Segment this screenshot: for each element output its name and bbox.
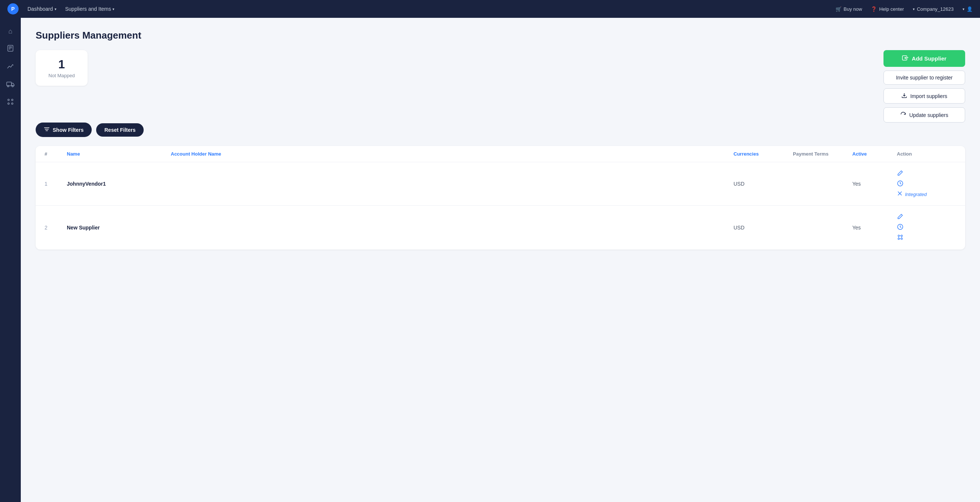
row2-active: Yes xyxy=(852,225,897,231)
row1-action-icons: Integrated xyxy=(897,170,956,198)
row1-currencies: USD xyxy=(733,181,793,187)
integrated-x-icon xyxy=(897,190,903,198)
buy-now-button[interactable]: 🛒 Buy now xyxy=(835,6,862,12)
row2-actions xyxy=(897,213,956,242)
th-payment-terms: Payment Terms xyxy=(793,151,852,157)
sidebar-item-analytics[interactable] xyxy=(3,59,18,74)
th-name: Name xyxy=(67,151,171,157)
dashboard-link[interactable]: Dashboard ▾ xyxy=(27,6,56,12)
user-icon: 👤 xyxy=(967,6,972,12)
table-header: # Name Account Holder Name Currencies Pa… xyxy=(36,146,965,162)
svg-point-10 xyxy=(11,103,13,104)
row1-history-action[interactable] xyxy=(897,180,956,188)
edit-icon xyxy=(897,213,904,221)
topnav: P Dashboard ▾ Suppliers and Items ▾ 🛒 Bu… xyxy=(0,0,980,18)
add-supplier-icon xyxy=(902,54,909,62)
main-content: Suppliers Management 1 Not Mapped xyxy=(21,18,980,502)
svg-point-6 xyxy=(12,85,13,87)
user-menu[interactable]: ▾ 👤 xyxy=(963,6,972,12)
topnav-right: 🛒 Buy now ❓ Help center ▾ Company_12623 … xyxy=(835,6,972,12)
svg-point-8 xyxy=(11,99,13,100)
edit-icon xyxy=(897,170,904,178)
row1-edit-action[interactable] xyxy=(897,170,956,178)
row1-active: Yes xyxy=(852,181,897,187)
import-suppliers-label: Import suppliers xyxy=(910,93,947,99)
row1-name: JohnnyVendor1 xyxy=(67,181,171,187)
suppliers-items-link[interactable]: Suppliers and Items ▾ xyxy=(65,6,115,12)
svg-point-23 xyxy=(898,238,899,239)
company-menu[interactable]: ▾ Company_12623 xyxy=(913,6,954,12)
invite-supplier-button[interactable]: Invite supplier to register xyxy=(883,70,965,84)
clock-icon xyxy=(897,180,904,188)
analytics-icon xyxy=(7,62,14,72)
topnav-links: Dashboard ▾ Suppliers and Items ▾ xyxy=(27,6,115,12)
show-filters-label: Show Filters xyxy=(53,127,84,133)
not-mapped-label: Not Mapped xyxy=(49,73,75,78)
svg-point-5 xyxy=(8,85,9,87)
update-icon xyxy=(900,112,906,118)
invite-supplier-label: Invite supplier to register xyxy=(896,75,953,81)
filter-row: Show Filters Reset Filters xyxy=(36,123,965,137)
svg-point-21 xyxy=(898,235,899,236)
th-currencies: Currencies xyxy=(733,151,793,157)
orders-icon xyxy=(7,45,14,54)
row1-num: 1 xyxy=(45,181,67,187)
reset-filters-label: Reset Filters xyxy=(104,127,135,133)
row2-history-action[interactable] xyxy=(897,223,956,232)
svg-point-24 xyxy=(901,238,902,239)
suppliers-table: # Name Account Holder Name Currencies Pa… xyxy=(36,146,965,250)
cart-icon: 🛒 xyxy=(835,6,842,12)
top-row: 1 Not Mapped Add Supplier xyxy=(36,50,965,123)
svg-point-7 xyxy=(8,99,9,100)
help-icon: ❓ xyxy=(871,6,877,12)
sidebar-item-home[interactable]: ⌂ xyxy=(3,24,18,38)
update-suppliers-button[interactable]: Update suppliers xyxy=(883,107,965,123)
help-center-button[interactable]: ❓ Help center xyxy=(871,6,904,12)
help-center-label: Help center xyxy=(879,6,904,12)
catalog-icon xyxy=(7,98,14,107)
row2-currencies: USD xyxy=(733,225,793,231)
integrated-label: Integrated xyxy=(905,191,927,197)
show-filters-button[interactable]: Show Filters xyxy=(36,123,92,137)
clock-icon xyxy=(897,223,904,232)
suppliers-items-label: Suppliers and Items xyxy=(65,6,111,12)
update-suppliers-label: Update suppliers xyxy=(909,112,948,118)
logo[interactable]: P xyxy=(8,3,19,14)
dashboard-chevron: ▾ xyxy=(54,7,56,11)
not-mapped-count: 1 xyxy=(58,57,65,71)
row2-edit-action[interactable] xyxy=(897,213,956,221)
reset-filters-button[interactable]: Reset Filters xyxy=(96,123,144,137)
not-mapped-card: 1 Not Mapped xyxy=(36,50,88,86)
th-num: # xyxy=(45,151,67,157)
th-account-holder: Account Holder Name xyxy=(171,151,733,157)
th-active: Active xyxy=(852,151,897,157)
sidebar-item-delivery[interactable] xyxy=(3,77,18,92)
suppliers-items-chevron: ▾ xyxy=(113,7,115,11)
delivery-icon xyxy=(6,81,14,89)
table-row: 2 New Supplier USD Yes xyxy=(36,206,965,250)
layout: ⌂ xyxy=(0,18,980,502)
th-action: Action xyxy=(897,151,956,157)
filter-icon xyxy=(44,126,50,133)
page-title: Suppliers Management xyxy=(36,30,965,41)
svg-point-9 xyxy=(8,103,9,104)
row2-name: New Supplier xyxy=(67,225,171,231)
sidebar-item-catalog[interactable] xyxy=(3,95,18,110)
sidebar: ⌂ xyxy=(0,18,21,502)
left-section: 1 Not Mapped xyxy=(36,50,88,95)
row1-integrated-action[interactable]: Integrated xyxy=(897,190,956,198)
company-label: Company_12623 xyxy=(917,6,954,12)
sidebar-item-orders[interactable] xyxy=(3,41,18,56)
add-supplier-button[interactable]: Add Supplier xyxy=(883,50,965,67)
row2-num: 2 xyxy=(45,225,67,231)
row2-map-action[interactable] xyxy=(897,234,956,242)
dashboard-label: Dashboard xyxy=(27,6,53,12)
table-row: 1 JohnnyVendor1 USD Yes xyxy=(36,162,965,206)
company-chevron: ▾ xyxy=(913,7,915,11)
import-icon xyxy=(901,92,907,99)
user-chevron: ▾ xyxy=(963,7,964,11)
buy-now-label: Buy now xyxy=(844,6,862,12)
import-suppliers-button[interactable]: Import suppliers xyxy=(883,88,965,104)
svg-rect-0 xyxy=(8,45,13,51)
row2-action-icons xyxy=(897,213,956,242)
